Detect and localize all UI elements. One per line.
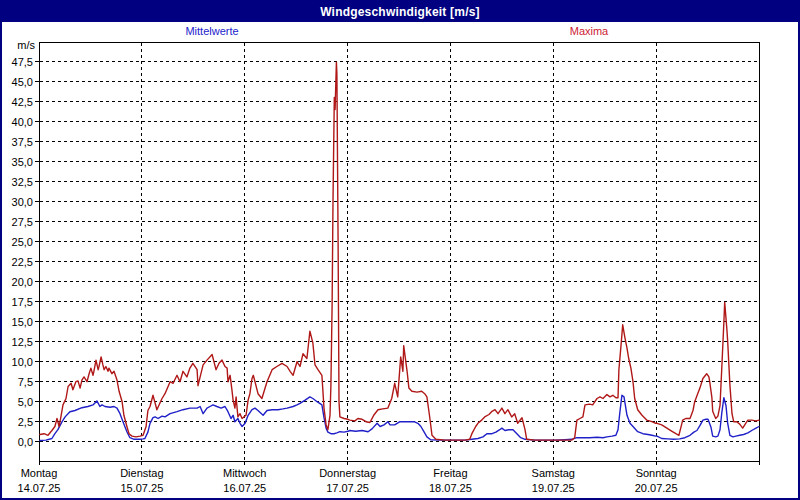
wind-speed-chart: 0,02,55,07,510,012,515,017,520,022,525,0…: [2, 2, 798, 498]
y-axis-unit-label: m/s: [17, 39, 35, 51]
x-day-label: Mittwoch: [223, 467, 266, 479]
y-tick-label: 32,5: [12, 176, 33, 188]
y-tick-label: 45,0: [12, 76, 33, 88]
y-tick-label: 25,0: [12, 236, 33, 248]
x-date-label: 14.07.25: [18, 482, 61, 494]
y-tick-label: 2,5: [18, 416, 33, 428]
y-tick-label: 22,5: [12, 256, 33, 268]
x-date-label: 20.07.25: [635, 482, 678, 494]
x-date-label: 19.07.25: [532, 482, 575, 494]
plot-border: [39, 42, 759, 461]
x-day-label: Freitag: [433, 467, 467, 479]
x-day-label: Dienstag: [120, 467, 163, 479]
x-day-label: Montag: [21, 467, 58, 479]
y-tick-label: 27,5: [12, 216, 33, 228]
y-tick-label: 47,5: [12, 56, 33, 68]
y-tick-label: 5,0: [18, 396, 33, 408]
y-tick-label: 20,0: [12, 276, 33, 288]
y-tick-label: 7,5: [18, 376, 33, 388]
y-tick-label: 10,0: [12, 356, 33, 368]
x-date-label: 18.07.25: [429, 482, 472, 494]
x-date-label: 17.07.25: [326, 482, 369, 494]
y-tick-label: 12,5: [12, 336, 33, 348]
y-tick-label: 0,0: [18, 436, 33, 448]
x-day-label: Sonntag: [636, 467, 677, 479]
grid-layer: [35, 43, 759, 465]
y-tick-label: 35,0: [12, 156, 33, 168]
y-tick-label: 17,5: [12, 296, 33, 308]
y-tick-label: 42,5: [12, 96, 33, 108]
y-tick-label: 37,5: [12, 136, 33, 148]
y-tick-label: 40,0: [12, 116, 33, 128]
x-date-label: 15.07.25: [120, 482, 163, 494]
series-line-maxima: [40, 62, 759, 440]
x-day-label: Samstag: [532, 467, 575, 479]
x-day-label: Donnerstag: [319, 467, 376, 479]
app-window: Windgeschwindigkeit [m/s] Mittelwerte Ma…: [0, 0, 800, 500]
x-date-label: 16.07.25: [223, 482, 266, 494]
y-tick-label: 30,0: [12, 196, 33, 208]
y-tick-label: 15,0: [12, 316, 33, 328]
